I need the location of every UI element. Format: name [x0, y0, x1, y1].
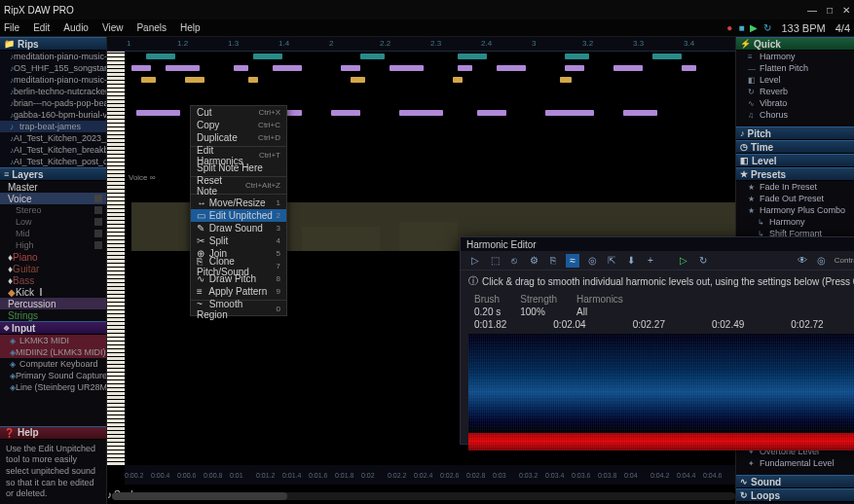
percussion-layer[interactable]: Percussion: [0, 298, 106, 309]
loop-harm-icon[interactable]: ↻: [696, 254, 710, 268]
ctx-edit-unpitched[interactable]: ▭ Edit Unpitched2: [191, 209, 286, 222]
audio-clip[interactable]: [136, 110, 180, 116]
unpitched-region[interactable]: [399, 222, 458, 251]
audio-clip[interactable]: [146, 54, 175, 59]
voice-layer[interactable]: Voice: [0, 193, 106, 204]
smooth-tool-icon[interactable]: ≈: [566, 254, 579, 268]
rip-item[interactable]: ♪brian---no-pads-pop-beats...: [0, 97, 106, 109]
audio-clip[interactable]: [565, 54, 589, 59]
quick-level[interactable]: ◧Level: [736, 74, 854, 86]
menu-edit[interactable]: Edit: [33, 22, 50, 33]
quick-chorus[interactable]: ♫Chorus: [736, 109, 854, 121]
contrast-label[interactable]: Contrast: [835, 256, 854, 265]
repair-item[interactable]: ✦Fundamental Level: [736, 457, 854, 469]
kick-layer[interactable]: ◆Kick: [0, 286, 106, 298]
ctx-clone-pitch-sound[interactable]: ⎘ Clone Pitch/Sound7: [191, 260, 286, 272]
preset-item[interactable]: ★Harmony Plus Combo: [736, 204, 854, 216]
ctx-edit-harmonics[interactable]: Edit HarmonicsCtrl+T: [191, 149, 286, 162]
audio-clip[interactable]: [248, 77, 258, 83]
layers-header[interactable]: ≡Layers: [0, 167, 106, 181]
piano-layer[interactable]: ♦Piano: [0, 251, 106, 263]
quick-vibrato[interactable]: ∿Vibrato: [736, 97, 854, 109]
audio-clip[interactable]: [545, 110, 594, 116]
audio-clip[interactable]: [234, 65, 248, 71]
ctx-reset-note[interactable]: Reset NoteCtrl+Alt+Z: [191, 179, 286, 192]
audio-clip[interactable]: [273, 65, 302, 71]
ctx-smooth-region[interactable]: ~ Smooth Region0: [191, 303, 286, 315]
export-tool-icon[interactable]: ⇱: [605, 254, 618, 268]
audio-clip[interactable]: [565, 65, 584, 71]
presets-header[interactable]: ★Presets: [736, 167, 854, 181]
stop-button[interactable]: ■: [738, 22, 744, 33]
audio-clip[interactable]: [390, 65, 424, 71]
audio-clip[interactable]: [351, 77, 365, 83]
preset-item[interactable]: ★Fade Out Preset: [736, 193, 854, 204]
strings-layer[interactable]: Strings: [0, 309, 106, 321]
piano-keyboard[interactable]: [107, 52, 125, 465]
pitch-header[interactable]: ♪Pitch: [736, 126, 854, 140]
help-header[interactable]: ❓Help: [0, 426, 106, 440]
menu-help[interactable]: Help: [180, 22, 201, 33]
preset-item[interactable]: ★Fade In Preset: [736, 181, 854, 193]
audio-clip[interactable]: [458, 65, 472, 71]
minimize-icon[interactable]: —: [807, 5, 817, 16]
voice-sub-layer[interactable]: Mid: [0, 228, 106, 239]
audio-clip[interactable]: [613, 65, 643, 71]
audio-clip[interactable]: [477, 110, 506, 116]
input-item[interactable]: ◈Line (Steinberg UR28M): [0, 381, 106, 393]
harm-param-brush[interactable]: Brush0.20 s: [474, 294, 501, 317]
rip-item[interactable]: ♪meditation-piano-music-...: [0, 51, 106, 62]
record-button[interactable]: ●: [726, 22, 732, 33]
audio-clip[interactable]: [185, 77, 204, 83]
ctx-copy[interactable]: CopyCtrl+C: [191, 119, 286, 131]
input-item[interactable]: ◈MIDIIN2 (LKMK3 MIDI): [0, 346, 106, 358]
rip-item[interactable]: ♪OS_HHF_155_songstarter...: [0, 62, 106, 74]
play-button[interactable]: ▶: [750, 22, 758, 33]
rip-item[interactable]: ♪berlin-techno-nutcracker...: [0, 86, 106, 97]
ctx-duplicate[interactable]: DuplicateCtrl+D: [191, 131, 286, 144]
maximize-icon[interactable]: □: [827, 5, 833, 16]
add-tool-icon[interactable]: +: [644, 254, 657, 268]
quick-harmony[interactable]: ≡Harmony: [736, 51, 854, 62]
voice-sub-layer[interactable]: Stereo: [0, 204, 106, 216]
master-layer[interactable]: Master: [0, 181, 106, 193]
harm-param-strength[interactable]: Strength100%: [520, 294, 557, 317]
audio-clip[interactable]: [341, 65, 360, 71]
play-harm-icon[interactable]: ▷: [677, 254, 690, 268]
preset-item[interactable]: ↳Harmony: [736, 216, 854, 228]
clone-tool-icon[interactable]: ⎘: [546, 254, 560, 268]
ctx-split-note-here[interactable]: Split Note Here: [191, 162, 286, 174]
menu-file[interactable]: File: [4, 22, 19, 33]
sound-header[interactable]: ∿Sound: [736, 475, 854, 488]
menu-view[interactable]: View: [102, 22, 124, 33]
select-tool-icon[interactable]: ⬚: [488, 254, 501, 268]
ctx-apply-pattern[interactable]: ≡ Apply Pattern9: [191, 285, 286, 298]
ctx-draw-sound[interactable]: ✎ Draw Sound3: [191, 222, 286, 234]
input-header[interactable]: ⎆Input: [0, 321, 106, 335]
tune-tool-icon[interactable]: ⎋: [507, 254, 521, 268]
voice-sub-layer[interactable]: Low: [0, 216, 106, 228]
rip-item[interactable]: ♪meditation-piano-music-...: [0, 74, 106, 86]
snap-tool-icon[interactable]: ◎: [585, 254, 599, 268]
rips-header[interactable]: 📁Rips: [0, 37, 106, 51]
eye-icon[interactable]: 👁: [796, 254, 809, 268]
ctx-cut[interactable]: CutCtrl+X: [191, 106, 286, 119]
tempo-display[interactable]: 133 BPM: [781, 22, 825, 34]
spectrogram[interactable]: [468, 334, 854, 450]
loop-button[interactable]: ↻: [763, 22, 771, 33]
menu-audio[interactable]: Audio: [63, 22, 89, 33]
harm-param-harmonics[interactable]: HarmonicsAll: [576, 294, 623, 317]
ctx-move-resize[interactable]: ↔ Move/Resize1: [191, 197, 286, 209]
audio-clip[interactable]: [141, 77, 156, 83]
time-header[interactable]: ◷Time: [736, 140, 854, 154]
input-item[interactable]: ◈LKMK3 MIDI: [0, 335, 106, 346]
unpitched-region[interactable]: [302, 227, 380, 251]
horizontal-scrollbar[interactable]: [112, 492, 735, 500]
voice-sub-layer[interactable]: High: [0, 239, 106, 251]
guitar-layer[interactable]: ♦Guitar: [0, 263, 106, 274]
rip-item[interactable]: ♪gabba-160-bpm-burial-vo...: [0, 109, 106, 121]
level-header[interactable]: ◧Level: [736, 154, 854, 167]
rip-item[interactable]: ♪trap-beat-james: [0, 121, 106, 132]
audio-clip[interactable]: [360, 54, 385, 59]
audio-clip[interactable]: [652, 54, 682, 59]
